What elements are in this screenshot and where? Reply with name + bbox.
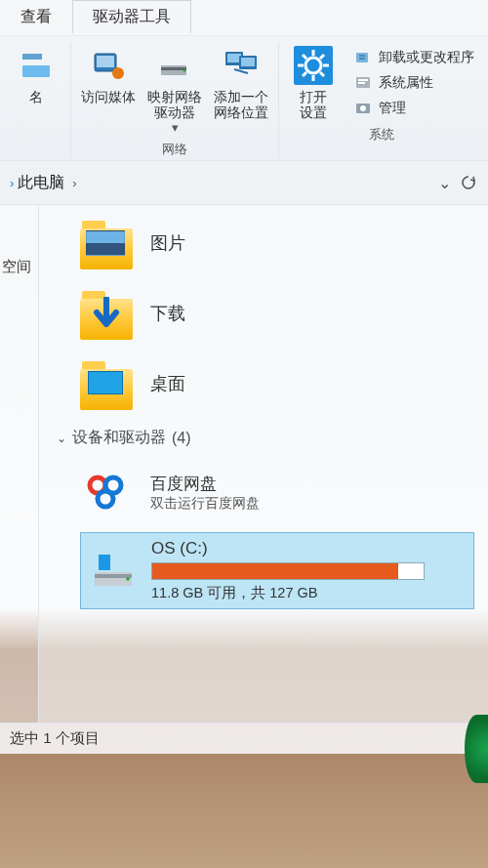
address-bar[interactable]: › 此电脑 › ⌄: [0, 160, 488, 205]
tab-drive-tools[interactable]: 驱动器工具: [72, 0, 191, 33]
svg-rect-33: [99, 555, 110, 570]
svg-point-4: [112, 67, 124, 79]
rename-button-partial[interactable]: 名: [6, 42, 66, 106]
drive-name: OS (C:): [151, 539, 466, 558]
local-disk-icon: [89, 547, 138, 596]
network-drive-icon: [153, 44, 196, 87]
svg-rect-0: [22, 54, 42, 60]
status-selection-text: 选中 1 个项目: [10, 729, 100, 746]
svg-point-30: [98, 491, 113, 507]
ribbon-group-network: 访问媒体 映射网络 驱动器 ▾ 添加一个 网络位置 网络: [71, 42, 279, 158]
map-network-drive-button[interactable]: 映射网络 驱动器 ▾: [142, 42, 208, 137]
media-icon: [87, 44, 130, 87]
tab-view[interactable]: 查看: [0, 0, 72, 33]
refresh-icon: [460, 174, 477, 191]
uninstall-icon: [353, 48, 373, 67]
properties-icon: [353, 73, 373, 93]
manage-icon: [353, 99, 373, 118]
rename-icon: [15, 44, 58, 87]
manage-button[interactable]: 管理: [351, 97, 476, 120]
svg-point-34: [126, 577, 130, 581]
svg-rect-9: [227, 54, 241, 62]
drive-usage-text: 11.8 GB 可用，共 127 GB: [151, 584, 466, 602]
folder-desktop[interactable]: 桌面: [80, 357, 482, 410]
svg-rect-1: [22, 65, 50, 77]
pictures-folder-icon: [80, 217, 133, 269]
refresh-button[interactable]: [455, 169, 482, 196]
settings-icon: [292, 44, 335, 87]
addr-dropdown-icon[interactable]: ⌄: [434, 174, 455, 192]
svg-rect-3: [97, 56, 114, 67]
open-settings-button[interactable]: 打开 设置: [283, 42, 344, 122]
drive-usage-bar: [151, 562, 425, 580]
baidu-netdisk-item[interactable]: 百度网盘 双击运行百度网盘: [80, 462, 482, 522]
sidebar-fragment: 空间: [2, 258, 31, 276]
svg-point-27: [360, 105, 366, 111]
system-properties-button[interactable]: 系统属性: [351, 71, 476, 95]
svg-rect-22: [356, 53, 368, 62]
svg-rect-32: [95, 574, 132, 578]
ribbon-tab-strip: 查看 驱动器工具: [0, 0, 488, 36]
folder-downloads[interactable]: 下载: [80, 287, 482, 340]
svg-rect-6: [161, 67, 186, 70]
ribbon: 名 访问媒体 映射网络 驱动器 ▾ 添加一个 网络位: [0, 36, 488, 160]
folder-pictures[interactable]: 图片: [80, 217, 482, 269]
breadcrumb-this-pc[interactable]: 此电脑 ›: [18, 173, 80, 193]
desktop-folder-icon: [80, 357, 133, 410]
section-devices-header[interactable]: ⌄ 设备和驱动器 (4): [57, 428, 482, 448]
nav-back-chevron-icon[interactable]: ›: [6, 176, 18, 190]
ribbon-group-system: 打开 设置 卸载或更改程序 系统属性: [279, 42, 484, 158]
group-label-system: 系统: [369, 126, 394, 144]
group-label-network: 网络: [162, 141, 187, 158]
uninstall-programs-button[interactable]: 卸载或更改程序: [351, 46, 476, 69]
adjacent-globe-icon-peek: [465, 715, 488, 783]
status-bar: 选中 1 个项目: [0, 723, 488, 754]
svg-point-7: [183, 69, 186, 72]
svg-rect-11: [241, 58, 255, 66]
content-row: 空间 图片 下载: [0, 205, 488, 723]
access-media-button[interactable]: 访问媒体: [75, 42, 142, 137]
svg-rect-25: [358, 82, 365, 84]
add-location-icon: [220, 44, 263, 87]
baidu-netdisk-icon: [80, 466, 133, 518]
svg-rect-24: [358, 79, 368, 81]
nav-pane-stub[interactable]: 空间: [0, 205, 39, 723]
drive-os-c[interactable]: OS (C:) 11.8 GB 可用，共 127 GB: [80, 532, 474, 609]
drive-usage-fill: [152, 563, 398, 579]
add-network-location-button[interactable]: 添加一个 网络位置: [208, 42, 274, 137]
chevron-down-icon: ▾: [168, 120, 183, 135]
downloads-folder-icon: [80, 287, 133, 340]
chevron-right-icon: ›: [68, 176, 80, 190]
ribbon-group-organize-stub: 名: [2, 42, 71, 158]
chevron-down-icon: ⌄: [57, 432, 66, 445]
content-pane: 图片 下载 桌面 ⌄ 设备和驱动器 (4): [39, 205, 488, 723]
